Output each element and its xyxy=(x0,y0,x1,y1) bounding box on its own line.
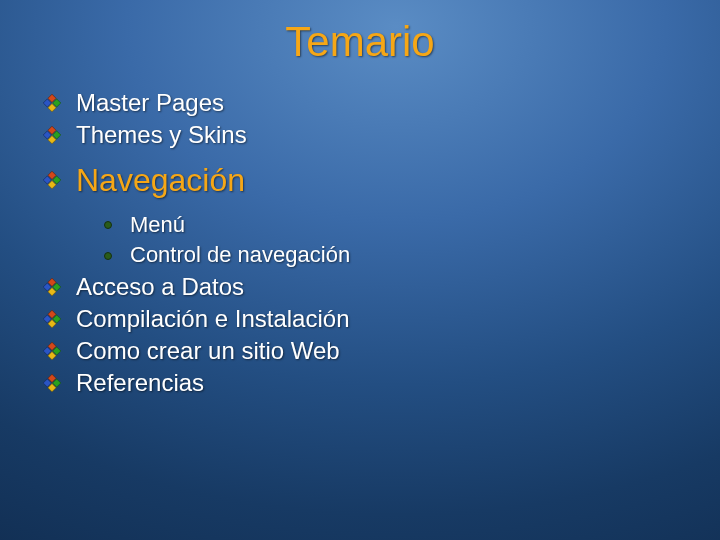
sub-item-label: Control de navegación xyxy=(130,241,350,270)
list-item-label: Master Pages xyxy=(76,88,224,118)
sub-list-item: Menú xyxy=(104,211,720,240)
page-title: Temario xyxy=(0,18,720,66)
diamond-icon xyxy=(42,309,62,329)
list-item-label: Compilación e Instalación xyxy=(76,304,349,334)
diamond-icon xyxy=(42,93,62,113)
list-item-label: Acceso a Datos xyxy=(76,272,244,302)
list-item: Acceso a Datos xyxy=(42,272,720,302)
list-item: Compilación e Instalación xyxy=(42,304,720,334)
dot-icon xyxy=(104,221,112,229)
diamond-icon xyxy=(42,125,62,145)
sub-item-label: Menú xyxy=(130,211,185,240)
list-item-label: Como crear un sitio Web xyxy=(76,336,340,366)
list-item-heading: Navegación xyxy=(42,152,720,209)
diamond-icon xyxy=(42,277,62,297)
diamond-icon xyxy=(42,341,62,361)
list-item: Referencias xyxy=(42,368,720,398)
list-heading-label: Navegación xyxy=(76,158,245,203)
diamond-icon xyxy=(42,373,62,393)
list-item: Como crear un sitio Web xyxy=(42,336,720,366)
sub-list-item: Control de navegación xyxy=(104,241,720,270)
list-item: Master Pages xyxy=(42,88,720,118)
dot-icon xyxy=(104,252,112,260)
diamond-icon xyxy=(42,170,62,190)
list-item-label: Referencias xyxy=(76,368,204,398)
content-list: Master Pages Themes y Skins Navegación M… xyxy=(0,88,720,398)
list-item-label: Themes y Skins xyxy=(76,120,247,150)
list-item: Themes y Skins xyxy=(42,120,720,150)
slide: Temario Master Pages Themes y Skins Nave… xyxy=(0,0,720,540)
